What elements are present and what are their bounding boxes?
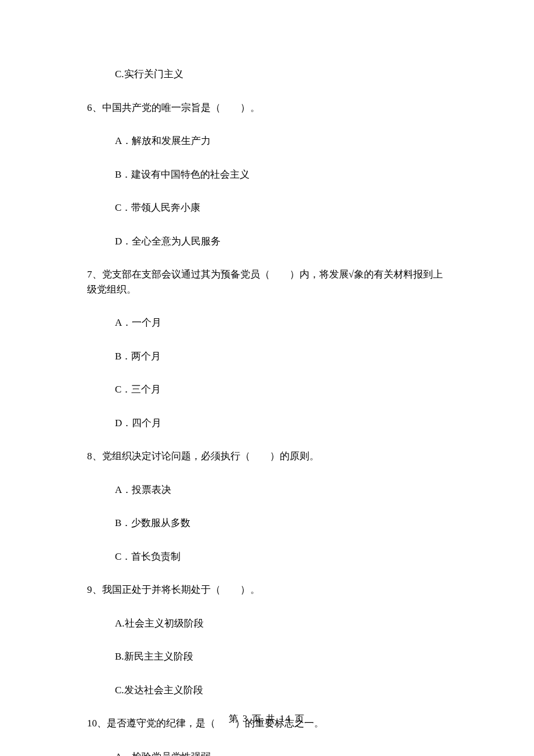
question-7-option-a: A．一个月 xyxy=(87,315,450,330)
question-8-text: 8、党组织决定讨论问题，必须执行（ ）的原则。 xyxy=(87,449,450,464)
question-9-text: 9、我国正处于并将长期处于（ ）。 xyxy=(87,582,450,597)
question-7-option-b: B．两个月 xyxy=(87,349,450,364)
question-6-option-b: B．建设有中国特色的社会主义 xyxy=(87,167,450,182)
question-10-option-a: A．检验党员党性强弱 xyxy=(87,750,450,757)
question-8: 8、党组织决定讨论问题，必须执行（ ）的原则。 A．投票表决 B．少数服从多数 … xyxy=(87,449,450,564)
question-6: 6、中国共产党的唯一宗旨是（ ）。 A．解放和发展生产力 B．建设有中国特色的社… xyxy=(87,100,450,249)
question-8-option-a: A．投票表决 xyxy=(87,483,450,498)
question-9-option-b: B.新民主主义阶段 xyxy=(87,649,450,664)
question-6-option-c: C．带领人民奔小康 xyxy=(87,200,450,215)
question-8-option-c: C．首长负责制 xyxy=(87,549,450,564)
prev-question-option-c: C.实行关门主义 xyxy=(87,67,450,82)
question-9-option-c: C.发达社会主义阶段 xyxy=(87,683,450,698)
question-7-option-d: D．四个月 xyxy=(87,416,450,431)
page-footer: 第 3 页 共 14 页 xyxy=(0,712,534,726)
question-9: 9、我国正处于并将长期处于（ ）。 A.社会主义初级阶段 B.新民主主义阶段 C… xyxy=(87,582,450,697)
question-7: 7、党支部在支部会议通过其为预备党员（ ）内，将发展√象的有关材料报到上级党组织… xyxy=(87,267,450,430)
question-9-option-a: A.社会主义初级阶段 xyxy=(87,616,450,631)
question-7-text: 7、党支部在支部会议通过其为预备党员（ ）内，将发展√象的有关材料报到上级党组织… xyxy=(87,267,450,297)
question-6-text: 6、中国共产党的唯一宗旨是（ ）。 xyxy=(87,100,450,116)
question-6-option-d: D．全心全意为人民服务 xyxy=(87,234,450,249)
question-8-option-b: B．少数服从多数 xyxy=(87,516,450,531)
question-6-option-a: A．解放和发展生产力 xyxy=(87,134,450,149)
question-7-option-c: C．三个月 xyxy=(87,382,450,397)
